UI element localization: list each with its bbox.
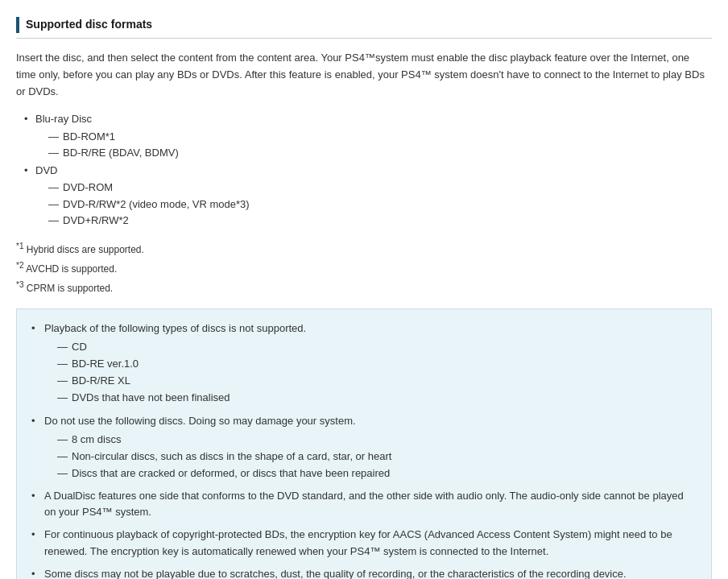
sub-list-item: DVD-R/RW*2 (video mode, VR mode*3)	[48, 196, 712, 213]
sub-list-item: DVD-ROM	[48, 180, 712, 196]
info-box: Playback of the following types of discs…	[16, 308, 712, 579]
sub-list: DVD-ROM DVD-R/RW*2 (video mode, VR mode*…	[48, 180, 712, 229]
list-item-label: DVD	[35, 164, 57, 176]
info-box-item: Do not use the following discs. Doing so…	[31, 413, 697, 482]
info-box-item-label: For continuous playback of copyright-pro…	[44, 528, 672, 556]
info-box-sub-item: Discs that are cracked or deformed, or d…	[57, 465, 697, 482]
intro-paragraph: Insert the disc, and then select the con…	[16, 50, 712, 100]
footnote-ref: *3	[16, 280, 23, 289]
info-box-sub-list: 8 cm discs Non-circular discs, such as d…	[57, 432, 697, 482]
info-box-sub-list: CD BD-RE ver.1.0 BD-R/RE XL DVDs that ha…	[57, 339, 697, 407]
info-box-item: For continuous playback of copyright-pro…	[31, 527, 697, 559]
info-box-sub-item: Non-circular discs, such as discs in the…	[57, 449, 697, 465]
info-box-sub-item: 8 cm discs	[57, 432, 697, 448]
info-box-item-label: Some discs may not be playable due to sc…	[44, 568, 627, 579]
info-box-sub-item: CD	[57, 339, 697, 355]
info-box-item: Playback of the following types of discs…	[31, 321, 697, 407]
info-box-sub-item: BD-RE ver.1.0	[57, 356, 697, 372]
footnote-text: AVCHD is supported.	[26, 263, 117, 275]
info-box-sub-item: BD-R/RE XL	[57, 373, 697, 389]
list-item-label: Blu-ray Disc	[35, 113, 92, 125]
sub-list-item: BD-ROM*1	[48, 129, 712, 145]
footnote-text: CPRM is supported.	[27, 283, 113, 294]
footnote-text: Hybrid discs are supported.	[27, 244, 144, 255]
sub-list: BD-ROM*1 BD-R/RE (BDAV, BDMV)	[48, 129, 712, 161]
footnote-ref: *1	[16, 242, 23, 250]
info-box-item-label: Do not use the following discs. Doing so…	[44, 415, 356, 427]
info-box-item-label: Playback of the following types of discs…	[44, 322, 306, 334]
list-item: Blu-ray Disc BD-ROM*1 BD-R/RE (BDAV, BDM…	[24, 111, 712, 161]
sub-list-item: DVD+R/RW*2	[48, 213, 712, 229]
header-bar	[16, 17, 19, 33]
info-box-item: A DualDisc features one side that confor…	[31, 488, 697, 520]
info-box-list: Playback of the following types of discs…	[31, 321, 697, 579]
section-title: Supported disc formats	[26, 16, 152, 33]
footnote-1: *1 Hybrid discs are supported.	[16, 240, 712, 257]
footnotes: *1 Hybrid discs are supported. *2 AVCHD …	[16, 240, 712, 296]
sub-list-item: BD-R/RE (BDAV, BDMV)	[48, 145, 712, 161]
info-box-sub-item: DVDs that have not been finalised	[57, 390, 697, 406]
section-header: Supported disc formats	[16, 16, 712, 39]
footnote-ref: *2	[16, 261, 23, 270]
info-box-item-label: A DualDisc features one side that confor…	[44, 490, 684, 518]
footnote-3: *3 CPRM is supported.	[16, 279, 712, 296]
main-list: Blu-ray Disc BD-ROM*1 BD-R/RE (BDAV, BDM…	[24, 111, 712, 229]
footnote-2: *2 AVCHD is supported.	[16, 259, 712, 276]
list-item: DVD DVD-ROM DVD-R/RW*2 (video mode, VR m…	[24, 163, 712, 229]
info-box-item: Some discs may not be playable due to sc…	[31, 566, 697, 579]
